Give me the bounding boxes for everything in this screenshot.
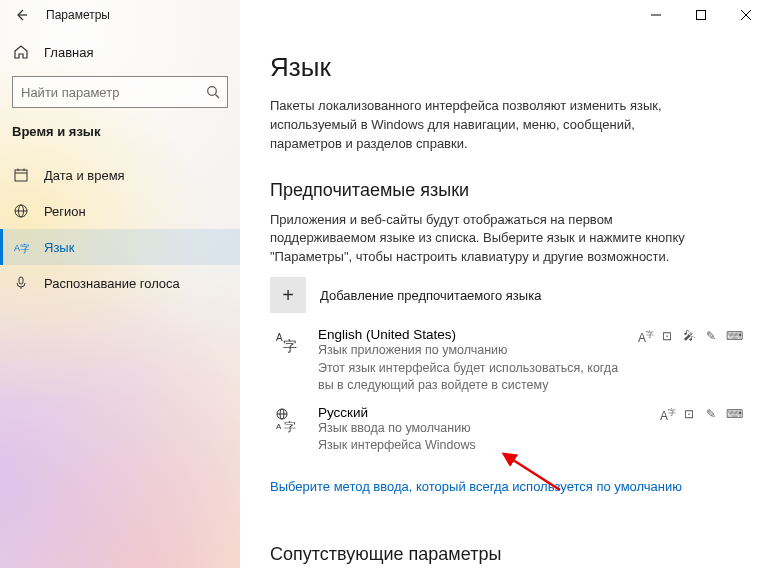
language-sub2: Язык интерфейса Windows [318,437,646,455]
text-to-speech-icon: ⊡ [682,407,696,455]
nav-item-region[interactable]: Регион [0,193,240,229]
close-button[interactable] [723,0,768,30]
svg-point-4 [208,87,217,96]
minimize-button[interactable] [633,0,678,30]
add-language-row[interactable]: + Добавление предпочитаемого языка [270,277,744,313]
nav-item-label: Дата и время [44,168,125,183]
page-intro: Пакеты локализованного интерфейса позвол… [270,97,700,154]
preferred-desc: Приложения и веб-сайты будут отображатьс… [270,211,700,268]
nav-group-heading: Время и язык [0,118,240,141]
language-sub1: Язык ввода по умолчанию [318,420,646,438]
nav-item-label: Распознавание голоса [44,276,180,291]
keyboard-icon: ⌨ [726,329,740,395]
nav-item-speech[interactable]: Распознавание голоса [0,265,240,301]
language-name: English (United States) [318,327,624,342]
globe-icon [12,202,30,220]
display-language-icon: A字 [638,329,652,395]
svg-text:A: A [276,422,282,431]
language-sub1: Язык приложения по умолчанию [318,342,624,360]
language-sub2: Этот язык интерфейса будет использоватьс… [318,360,624,395]
language-item-ru[interactable]: A字 Русский Язык ввода по умолчанию Язык … [270,405,740,455]
search-box[interactable] [12,76,228,108]
svg-text:字: 字 [284,420,296,433]
nav-home-label: Главная [44,45,93,60]
plus-icon: + [270,277,306,313]
text-to-speech-icon: ⊡ [660,329,674,395]
calendar-icon [12,166,30,184]
language-item-en[interactable]: A字 English (United States) Язык приложен… [270,327,740,395]
display-language-icon: A字 [660,407,674,455]
svg-text:字: 字 [20,243,29,254]
default-input-method-link[interactable]: Выберите метод ввода, который всегда исп… [270,479,682,494]
svg-rect-6 [15,170,27,181]
nav-item-date-time[interactable]: Дата и время [0,157,240,193]
keyboard-icon: ⌨ [726,407,740,455]
handwriting-icon: ✎ [704,407,718,455]
language-glyph-icon: A字 [270,327,304,395]
language-feature-icons: A字 ⊡ 🎤︎ ✎ ⌨ [638,327,740,395]
nav-home[interactable]: Главная [0,34,240,70]
svg-text:字: 字 [283,338,297,354]
home-icon [12,43,30,61]
handwriting-icon: ✎ [704,329,718,395]
window-title: Параметры [46,8,110,22]
page-title: Язык [270,52,744,83]
svg-rect-1 [696,11,705,20]
search-input[interactable] [13,85,199,100]
maximize-button[interactable] [678,0,723,30]
svg-line-5 [216,95,220,99]
nav-item-label: Регион [44,204,86,219]
svg-text:A: A [276,332,283,343]
svg-rect-15 [19,277,23,284]
language-feature-icons: A字 ⊡ ✎ ⌨ [660,405,740,455]
add-language-label: Добавление предпочитаемого языка [320,288,541,303]
search-icon [199,85,227,99]
related-heading: Сопутствующие параметры [270,544,744,565]
speech-icon: 🎤︎ [682,329,696,395]
language-globe-glyph-icon: A字 [270,405,304,455]
preferred-heading: Предпочитаемые языки [270,180,744,201]
language-name: Русский [318,405,646,420]
microphone-icon [12,274,30,292]
nav-item-language[interactable]: A字 Язык [0,229,240,265]
back-button[interactable] [12,6,30,24]
nav-item-label: Язык [44,240,74,255]
language-icon: A字 [12,238,30,256]
